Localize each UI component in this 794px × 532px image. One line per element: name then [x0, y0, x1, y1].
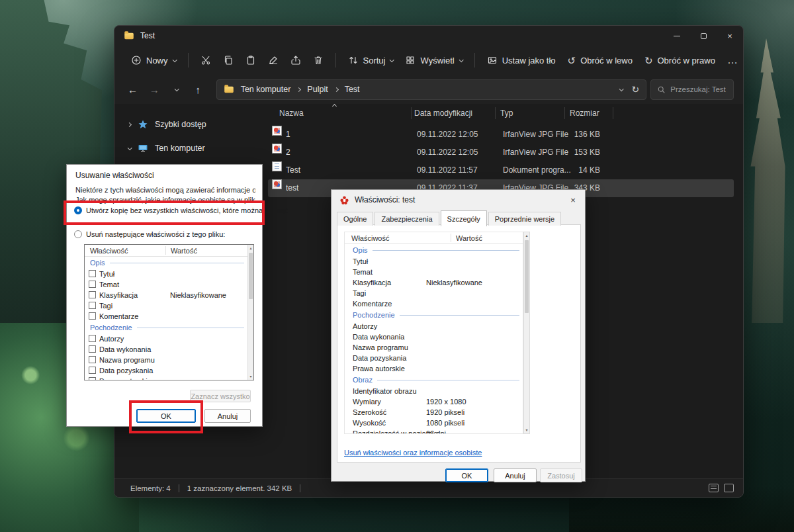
property-row[interactable]: Wymiary1920 x 1080 [345, 396, 523, 407]
maximize-button[interactable] [690, 26, 717, 46]
radio-option-remove-selected[interactable]: Usuń następujące właściwości z tego plik… [74, 230, 259, 238]
breadcrumb-test[interactable]: Test [343, 83, 361, 95]
file-row[interactable]: Test 09.11.2022 11:57 Dokument progra...… [268, 161, 734, 179]
property-row[interactable]: Wysokość1080 pikseli [345, 418, 523, 428]
column-header-modified[interactable]: Data modyfikacji [414, 109, 472, 118]
column-header-size[interactable]: Rozmiar [570, 109, 599, 118]
thumbnail-view-button[interactable] [724, 484, 734, 492]
address-bar[interactable]: Ten komputer Pulpit Test ↻ [216, 79, 647, 100]
column-divider[interactable] [495, 107, 496, 119]
checkbox[interactable] [89, 377, 96, 380]
cut-button[interactable] [195, 50, 217, 70]
property-row[interactable]: Tagi [345, 288, 523, 298]
refresh-icon[interactable]: ↻ [632, 84, 640, 95]
radio-unselected-icon[interactable] [74, 230, 82, 238]
scrollbar-thumb[interactable] [525, 240, 529, 313]
tab-general[interactable]: Ogólne [337, 212, 373, 226]
column-divider[interactable] [613, 107, 613, 119]
checkbox[interactable] [89, 356, 96, 363]
scroll-down-icon[interactable]: ▾ [248, 373, 253, 380]
checkbox[interactable] [89, 335, 96, 342]
property-row[interactable]: Prawa autorskie [345, 363, 523, 374]
property-label: Szerokość [353, 407, 386, 418]
scroll-up-icon[interactable]: ▴ [248, 245, 253, 251]
checkbox[interactable] [89, 312, 96, 320]
property-row[interactable]: Data pozyskania [85, 365, 247, 376]
column-header-type[interactable]: Typ [500, 109, 513, 118]
rotate-left-button[interactable]: ↺ Obróć w lewo [562, 51, 639, 70]
address-dropdown-icon[interactable] [619, 87, 623, 91]
delete-button[interactable] [307, 50, 330, 70]
forward-button[interactable]: → [146, 79, 163, 99]
breadcrumb-desktop[interactable]: Pulpit [306, 83, 329, 95]
property-row[interactable]: Data wykonania [85, 344, 247, 355]
new-button[interactable]: Nowy [125, 50, 182, 70]
checkbox[interactable] [89, 345, 96, 353]
breadcrumb-this-pc[interactable]: Ten komputer [240, 83, 292, 95]
file-row[interactable]: 2 09.11.2022 12:05 IrfanView JPG File 15… [268, 144, 734, 161]
file-row[interactable]: 1 09.11.2022 12:05 IrfanView JPG File 13… [268, 126, 734, 144]
set-as-background-button[interactable]: Ustaw jako tło [481, 50, 562, 70]
scroll-down-icon[interactable]: ▾ [524, 427, 529, 433]
property-row[interactable]: Temat [345, 267, 523, 277]
property-row[interactable]: Identyfikator obrazu [345, 386, 523, 396]
tab-details[interactable]: Szczegóły [441, 210, 487, 226]
search-input[interactable]: Przeszukaj: Test [650, 79, 734, 100]
recent-locations-button[interactable] [167, 79, 185, 99]
property-row[interactable]: Nazwa programu [345, 342, 523, 353]
column-divider[interactable] [564, 107, 565, 119]
scrollbar[interactable]: ▴ ▾ [247, 245, 253, 380]
property-row[interactable]: Tytuł [85, 269, 247, 279]
scroll-up-icon[interactable]: ▴ [524, 232, 529, 239]
up-button[interactable]: ↑ [189, 79, 207, 99]
details-view-button[interactable] [709, 484, 719, 492]
rotate-right-button[interactable]: ↻ Obróć w prawo [639, 51, 721, 70]
checkbox[interactable] [89, 367, 96, 374]
share-button[interactable] [285, 50, 307, 70]
checkbox[interactable] [89, 291, 96, 298]
property-row[interactable]: Temat [85, 279, 247, 290]
minimize-button[interactable] [664, 26, 690, 46]
paste-button[interactable] [240, 50, 262, 70]
column-header-name[interactable]: Nazwa [279, 109, 304, 118]
rename-button[interactable] [262, 50, 285, 70]
property-row[interactable]: Data pozyskania [345, 353, 523, 363]
tab-previous-versions[interactable]: Poprzednie wersje [488, 212, 562, 226]
checkbox[interactable] [89, 281, 96, 288]
scrollbar-thumb[interactable] [249, 253, 253, 299]
property-row[interactable]: Prawa autorskie [85, 376, 247, 380]
property-row[interactable]: KlasyfikacjaNieklasyfikowane [345, 277, 523, 288]
sidebar-item-this-pc[interactable]: Ten komputer [120, 138, 260, 158]
property-label: Temat [99, 279, 119, 290]
column-divider[interactable] [411, 107, 412, 119]
sidebar-item-quick-access[interactable]: Szybki dostęp [120, 114, 260, 134]
back-button[interactable]: ← [124, 79, 142, 99]
property-row[interactable]: Tytuł [345, 256, 523, 267]
remove-properties-link[interactable]: Usuń właściwości oraz informacje osobist… [344, 449, 482, 457]
checkbox[interactable] [89, 302, 96, 309]
close-button[interactable]: × [566, 193, 580, 206]
scrollbar[interactable]: ▴ ▾ [523, 232, 530, 434]
property-row[interactable]: Komentarze [345, 298, 523, 309]
ok-button[interactable]: OK [445, 468, 488, 482]
copy-button[interactable] [217, 50, 240, 70]
property-row[interactable]: Komentarze [85, 311, 247, 322]
sort-button[interactable]: Sortuj [342, 50, 400, 70]
property-row[interactable]: Nazwa programu [85, 355, 247, 365]
tab-security[interactable]: Zabezpieczenia [375, 212, 439, 226]
close-button[interactable]: × [717, 26, 743, 46]
checkbox[interactable] [89, 270, 96, 277]
see-more-button[interactable]: … [721, 50, 744, 71]
property-row[interactable]: Rozdzielczość w poziomie96 dpi [345, 428, 523, 433]
cancel-button[interactable]: Anuluj [204, 409, 251, 423]
property-row[interactable]: Data wykonania [345, 332, 523, 342]
property-row[interactable]: Tagi [85, 300, 247, 311]
document-file-icon [272, 161, 282, 171]
view-button[interactable]: Wyświetl [399, 50, 468, 70]
property-row[interactable]: Autorzy [345, 321, 523, 332]
property-row[interactable]: Szerokość1920 pikseli [345, 407, 523, 418]
cancel-button[interactable]: Anuluj [494, 468, 537, 482]
property-row[interactable]: Autorzy [85, 333, 247, 344]
property-row[interactable]: KlasyfikacjaNieklasyfikowane [85, 290, 247, 300]
apply-button[interactable]: Zastosuj [540, 468, 582, 482]
